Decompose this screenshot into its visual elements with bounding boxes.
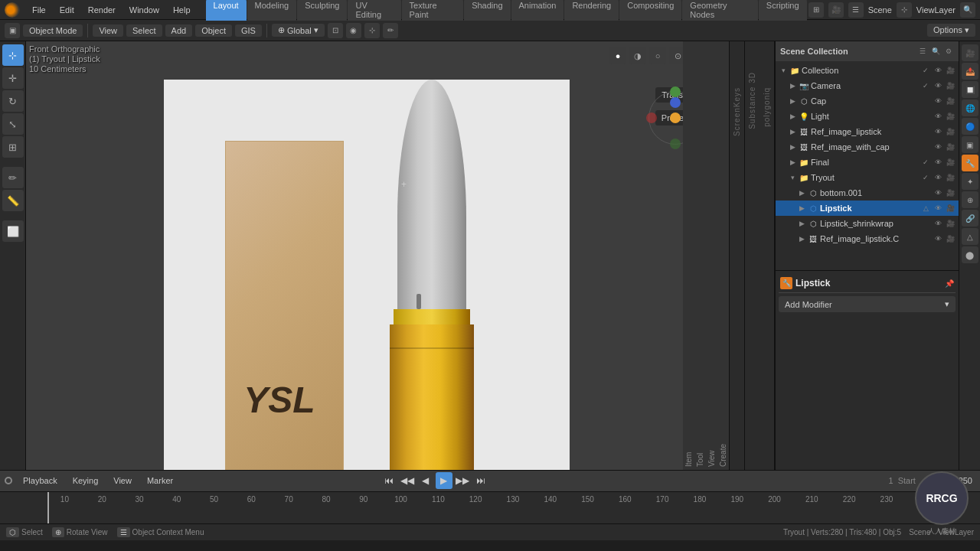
tryout-render[interactable]: 🎥 (945, 172, 956, 183)
prop-material-icon[interactable]: ⬤ (962, 246, 978, 263)
toolbar-mode-icon[interactable]: ▣ (5, 23, 20, 38)
tree-item-ref-cap[interactable]: ▶ 🖼 Ref_image_with_cap 👁 🎥 (776, 139, 959, 155)
final-eye[interactable]: 👁 (933, 157, 943, 168)
prev-frame-btn[interactable]: ◀ (417, 472, 434, 489)
expand-light[interactable]: ▶ (788, 112, 797, 121)
expand-ref-lipc[interactable]: ▶ (797, 234, 806, 243)
menu-window[interactable]: Window (123, 4, 165, 16)
expand-ref-lip[interactable]: ▶ (788, 127, 797, 136)
col-check-icon[interactable]: ✓ (920, 65, 931, 76)
tree-item-bottom001[interactable]: ▶ ⬡ bottom.001 👁 🎥 (776, 185, 959, 201)
modifier-pin-icon[interactable]: 📌 (945, 279, 954, 288)
expand-camera[interactable]: ▶ (788, 81, 797, 90)
blender-logo-icon[interactable] (5, 2, 20, 18)
create-side-panel[interactable]: Create (717, 41, 729, 470)
expand-tryout[interactable]: ▾ (788, 173, 797, 182)
workspace-tab-compositing[interactable]: Compositing (619, 0, 681, 21)
col-eye-icon[interactable]: 👁 (933, 65, 943, 76)
prop-output-icon[interactable]: 📤 (962, 63, 978, 80)
gizmo-y-dot[interactable] (670, 97, 681, 108)
b001-render[interactable]: 🎥 (945, 187, 956, 198)
expand-cap[interactable]: ▶ (788, 96, 797, 106)
tree-item-collection[interactable]: ▾ 📁 Collection ✓ 👁 🎥 (776, 63, 959, 78)
prop-data-icon[interactable]: △ (962, 228, 978, 245)
gizmo-neg-x-dot[interactable] (646, 112, 657, 123)
tree-item-tryout[interactable]: ▾ 📁 Tryout ✓ 👁 🎥 (776, 170, 959, 185)
prop-constraints-icon[interactable]: 🔗 (962, 210, 978, 227)
sw-eye[interactable]: 👁 (933, 218, 943, 229)
scene-label[interactable]: Scene (868, 5, 892, 15)
expand-collection[interactable]: ▾ (779, 66, 788, 75)
prop-particles-icon[interactable]: ✦ (962, 173, 978, 190)
toolbar-gis[interactable]: GIS (235, 24, 262, 37)
viewport-shading-render[interactable]: ○ (649, 47, 666, 64)
tool-rotate[interactable]: ↻ (2, 90, 24, 112)
cam-check[interactable]: ✓ (920, 80, 931, 91)
next-frame-btn[interactable]: ▶▶ (454, 472, 471, 489)
workspace-tab-geometry[interactable]: Geometry Nodes (682, 0, 757, 21)
toolbar-select[interactable]: Select (126, 24, 162, 37)
light-render[interactable]: 🎥 (945, 111, 956, 122)
gizmo-neg-z-dot[interactable] (670, 139, 681, 149)
icon-viewlayer[interactable]: ⊹ (897, 2, 912, 18)
timeline-playback[interactable]: Playback (18, 475, 62, 486)
tree-item-lipstick[interactable]: ▶ ⬡ Lipstick △ 👁 🎥 (776, 201, 959, 216)
menu-edit[interactable]: Edit (54, 4, 80, 16)
mode-selector[interactable]: Object Mode (23, 24, 83, 37)
lip-eye[interactable]: 👁 (933, 203, 943, 214)
expand-shrinkwrap[interactable]: ▶ (797, 219, 806, 228)
tree-item-final[interactable]: ▶ 📁 Final ✓ 👁 🎥 (776, 155, 959, 170)
jump-start-btn[interactable]: ⏮ (381, 472, 397, 489)
icon-view-type[interactable]: ⊞ (808, 2, 824, 18)
rlc-eye[interactable]: 👁 (933, 233, 943, 244)
cap-eye[interactable]: 👁 (933, 96, 943, 106)
workspace-tab-shading[interactable]: Shading (464, 0, 510, 21)
snap-icon[interactable]: ⊡ (328, 23, 343, 38)
prop-scene-icon[interactable]: 🌐 (962, 99, 978, 116)
proportional-edit-icon[interactable]: ◉ (346, 23, 361, 38)
icon-search[interactable]: 🔍 (960, 2, 975, 18)
viewport-shading-material[interactable]: ◑ (629, 47, 646, 64)
prop-render-icon[interactable]: 🎥 (962, 44, 978, 61)
outliner-search-icon[interactable]: 🔍 (930, 46, 941, 57)
tryout-eye[interactable]: 👁 (933, 172, 943, 183)
cam-render[interactable]: 🎥 (945, 80, 956, 91)
b001-eye[interactable]: 👁 (933, 187, 943, 198)
workspace-tab-scripting[interactable]: Scripting (759, 0, 807, 21)
tree-item-shrinkwrap[interactable]: ▶ ⬡ Lipstick_shrinkwrap 👁 🎥 (776, 216, 959, 231)
tool-add-cube[interactable]: ⬜ (2, 220, 24, 242)
toolbar-view[interactable]: View (93, 24, 123, 37)
tool-measure[interactable]: 📏 (2, 190, 24, 211)
prop-world-icon[interactable]: 🔵 (962, 118, 978, 135)
tryout-check[interactable]: ✓ (920, 172, 931, 183)
menu-help[interactable]: Help (167, 4, 197, 16)
tool-move[interactable]: ✛ (2, 67, 24, 89)
tool-cursor[interactable]: ⊹ (2, 44, 24, 66)
workspace-tab-sculpting[interactable]: Sculpting (297, 0, 347, 21)
toolbar-object[interactable]: Object (195, 24, 232, 37)
expand-ref-cap[interactable]: ▶ (788, 142, 797, 152)
jump-end-btn[interactable]: ⏭ (472, 472, 489, 489)
tree-item-light[interactable]: ▶ 💡 Light 👁 🎥 (776, 109, 959, 124)
ref-lip-render[interactable]: 🎥 (945, 126, 956, 137)
gizmo-z-dot[interactable] (670, 86, 681, 97)
workspace-tab-layout[interactable]: Layout (206, 0, 247, 21)
final-render[interactable]: 🎥 (945, 157, 956, 168)
prev-keyframe-btn[interactable]: ◀◀ (399, 472, 416, 489)
light-eye[interactable]: 👁 (933, 111, 943, 122)
timeline-marker[interactable] (5, 477, 12, 484)
prop-viewlayer-icon[interactable]: 🔲 (962, 81, 978, 98)
add-modifier-button[interactable]: Add Modifier ▾ (779, 296, 956, 312)
menu-render[interactable]: Render (82, 4, 122, 16)
tool-side-panel[interactable]: Tool (694, 41, 706, 470)
play-btn[interactable]: ▶ (436, 472, 452, 489)
tree-item-cap[interactable]: ▶ ⬡ Cap 👁 🎥 (776, 93, 959, 109)
workspace-tab-modeling[interactable]: Modeling (247, 0, 297, 21)
timeline-keying[interactable]: Keying (68, 475, 103, 486)
sw-render[interactable]: 🎥 (945, 218, 956, 229)
viewlayer-label[interactable]: ViewLayer (916, 5, 956, 15)
item-side-panel[interactable]: Item (683, 41, 694, 470)
toolbar-add[interactable]: Add (165, 24, 193, 37)
rlc-render[interactable]: 🎥 (945, 233, 956, 244)
tree-item-ref-lipc[interactable]: ▶ 🖼 Ref_image_lipstick.C 👁 🎥 (776, 231, 959, 246)
